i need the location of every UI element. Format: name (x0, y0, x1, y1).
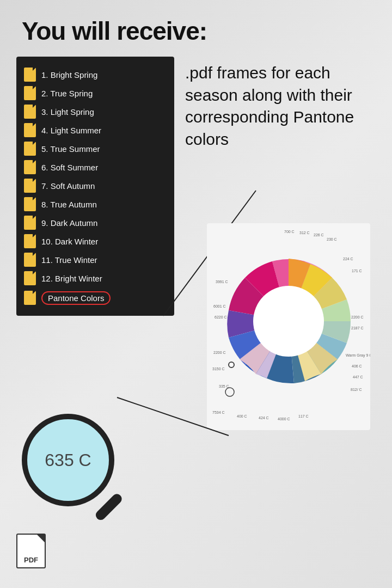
file-label: 11. True Winter (41, 255, 97, 265)
file-item: 12. Bright Winter (24, 269, 167, 287)
pdf-doc: PDF (16, 534, 46, 568)
file-icon (24, 68, 36, 82)
svg-text:Warm Gray 9 C: Warm Gray 9 C (346, 353, 370, 358)
color-wheel: 700 C 312 C 226 C 230 C 224 C 171 C 2200… (207, 223, 370, 430)
svg-text:312 C: 312 C (299, 231, 310, 235)
page-title: You will receive: (22, 16, 370, 46)
file-item: 9. Dark Autumn (24, 213, 167, 232)
file-icon (24, 160, 36, 174)
svg-text:400 C: 400 C (237, 414, 247, 418)
svg-text:117 C: 117 C (298, 414, 309, 418)
svg-text:2200 C: 2200 C (213, 351, 226, 354)
file-item: 6. Soft Summer (24, 158, 167, 176)
description-text: .pdf frames for each season along with t… (185, 62, 376, 150)
file-item: 3. Light Spring (24, 102, 167, 121)
file-label: 6. Soft Summer (41, 163, 98, 172)
file-item: 10. Dark Winter (24, 232, 167, 250)
magnifier-circle: 635 C (22, 414, 114, 506)
file-label: 2. True Spring (41, 89, 93, 98)
svg-text:3991 C: 3991 C (216, 280, 228, 284)
svg-text:335 C: 335 C (219, 384, 229, 388)
file-label: 10. Dark Winter (41, 237, 98, 246)
file-icon (24, 291, 36, 305)
file-item: 11. True Winter (24, 250, 167, 269)
svg-text:171 C: 171 C (352, 269, 362, 273)
svg-text:226 C: 226 C (314, 233, 324, 237)
file-item: 4. Light Summer (24, 121, 167, 139)
file-label: 8. True Autumn (41, 200, 97, 209)
svg-text:4000 C: 4000 C (278, 417, 290, 421)
file-icon (24, 197, 36, 211)
file-icon (24, 234, 36, 248)
file-icon (24, 253, 36, 267)
color-wheel-section: 700 C 312 C 226 C 230 C 224 C 171 C 2200… (207, 223, 381, 441)
file-icon (24, 216, 36, 230)
file-item: 5. True Summer (24, 139, 167, 158)
file-item: 2. True Spring (24, 84, 167, 102)
pdf-icon: PDF (16, 534, 49, 572)
svg-point-3 (229, 362, 234, 367)
file-icon (24, 179, 36, 193)
svg-text:230 C: 230 C (327, 237, 337, 241)
svg-text:406 C: 406 C (352, 364, 362, 368)
pantone-item: Pantone Colors (24, 289, 167, 307)
svg-text:424 C: 424 C (259, 416, 269, 420)
svg-point-2 (253, 286, 324, 357)
file-label: 5. True Summer (41, 144, 100, 154)
file-panel: 1. Bright Spring 2. True Spring 3. Light… (16, 57, 174, 316)
svg-text:3150 C: 3150 C (212, 367, 225, 371)
file-label: 4. Light Summer (41, 126, 101, 135)
file-label: 12. Bright Winter (41, 274, 102, 283)
svg-text:7534 C: 7534 C (212, 411, 225, 414)
file-item: 1. Bright Spring (24, 65, 167, 84)
file-icon (24, 86, 36, 100)
header: You will receive: (0, 0, 392, 57)
svg-text:2200 C: 2200 C (351, 315, 364, 319)
magnifier-text: 635 C (45, 450, 91, 470)
file-label: 7. Soft Autumn (41, 181, 95, 191)
page-container: You will receive: 1. Bright Spring 2. Tr… (0, 0, 392, 588)
svg-text:700 C: 700 C (284, 230, 295, 234)
magnifier-handle (94, 492, 124, 522)
file-icon (24, 271, 36, 285)
svg-text:2187 C: 2187 C (351, 326, 364, 330)
pdf-text: PDF (24, 556, 38, 564)
file-label: 1. Bright Spring (41, 70, 97, 79)
svg-text:447 C: 447 C (353, 375, 363, 379)
svg-text:224 C: 224 C (343, 257, 353, 261)
file-icon (24, 105, 36, 119)
file-item: 7. Soft Autumn (24, 176, 167, 195)
file-item: 8. True Autumn (24, 195, 167, 213)
svg-text:6001 C: 6001 C (213, 304, 226, 308)
pantone-label: Pantone Colors (41, 291, 111, 305)
file-icon (24, 142, 36, 156)
svg-text:6220 C: 6220 C (215, 315, 227, 319)
file-icon (24, 123, 36, 137)
svg-text:812/ C: 812/ C (351, 388, 362, 391)
magnifier: 635 C (22, 414, 131, 523)
file-label: 3. Light Spring (41, 107, 94, 117)
file-label: 9. Dark Autumn (41, 218, 97, 228)
